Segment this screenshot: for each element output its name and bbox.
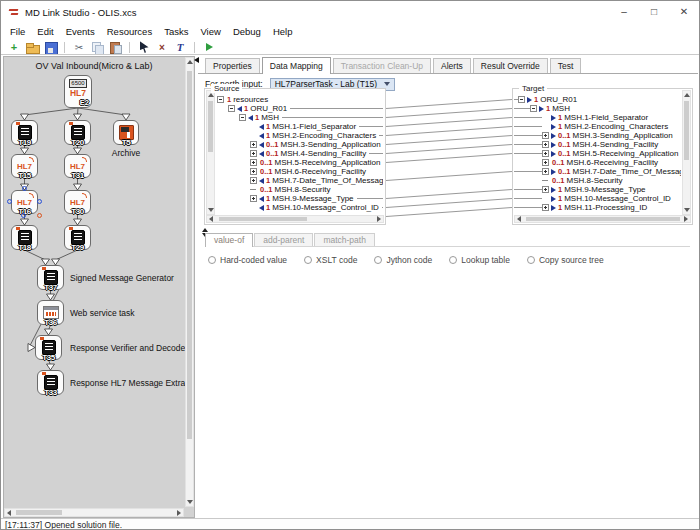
tree-row-msh-8-security[interactable]: 0..1MSH.8-Security [217,185,383,194]
radio-icon[interactable] [374,256,382,264]
menu-item-debug[interactable]: Debug [227,26,267,37]
scroll-arrow-icon[interactable] [175,509,183,516]
scrollbar-thumb[interactable] [219,217,307,221]
tab-result-override[interactable]: Result Override [473,58,548,73]
scroll-arrow-icon[interactable] [186,58,193,66]
tree-row-msh-3-sending-application[interactable]: 0..1MSH.3-Sending_Application [217,140,383,149]
selection-handle[interactable] [7,199,12,204]
collapse-icon[interactable] [239,114,246,121]
selection-handle[interactable] [21,213,26,218]
scrollbar-thumb[interactable] [187,71,192,438]
workflow-node-t15[interactable]: HL7T15 [11,154,38,178]
tab-test[interactable]: Test [550,58,582,73]
selection-handle[interactable] [37,213,42,218]
expand-icon[interactable] [542,159,549,166]
tree-row-msh-2-encoding-characters[interactable]: 1MSH.2-Encoding_Characters [217,131,383,140]
menu-item-file[interactable]: File [4,26,31,37]
tree-row-msh-4-sending-facility[interactable]: 0..1MSH.4-Sending_Facility [217,149,383,158]
run-button[interactable] [202,41,217,54]
tree-row-oru-r01[interactable]: 1ORU_R01 [514,95,681,104]
target-vertical-scrollbar[interactable] [682,90,691,215]
workflow-node-t19[interactable]: T19 [11,120,38,145]
tree-row-msh-7-date-time-of-message[interactable]: 1MSH.7-Date_Time_Of_Message [217,176,383,185]
radio-hard-coded-value[interactable]: Hard-coded value [208,255,287,265]
expand-icon[interactable] [542,204,549,211]
delete-tool-button[interactable]: × [155,41,170,54]
expand-icon[interactable] [542,186,549,193]
workflow-node-t33[interactable]: T33 [37,370,64,395]
copy-button[interactable] [90,41,105,54]
menu-item-events[interactable]: Events [60,26,101,37]
workflow-node-t30[interactable]: HL7T30 [64,190,91,214]
scroll-arrow-icon[interactable] [207,216,215,222]
radio-icon[interactable] [449,256,457,264]
paste-button[interactable] [108,41,123,54]
tree-row-msh-6-receiving-facility[interactable]: 0..1MSH.6-Receiving_Facility [217,167,383,176]
workflow-horizontal-scrollbar[interactable] [4,508,184,517]
minimize-button[interactable]: – [609,1,639,23]
value-tab-value-of[interactable]: value-of [205,233,253,247]
scroll-arrow-icon[interactable] [186,498,193,506]
workflow-panel[interactable]: OV Val Inbound(Micro & Lab) 6500HL7E2T19… [3,56,195,518]
tree-row-msh-10-message-control-id[interactable]: 1MSH.10-Message_Control_ID [217,203,383,212]
tree-row-msh-9-message-type[interactable]: 1MSH.9-Message_Type [217,194,383,203]
expand-icon[interactable] [542,132,549,139]
workflow-node-t29[interactable]: T29 [64,225,91,250]
scrollbar-thumb[interactable] [526,217,680,221]
tree-row-msh[interactable]: 1MSH [217,113,383,122]
tree-row-msh-11-processing-id[interactable]: 1MSH.11-Processing_ID [514,203,681,212]
workflow-vertical-scrollbar[interactable] [185,57,194,507]
tree-row-oru-r01[interactable]: 1ORU_R01 [217,104,383,113]
expand-icon[interactable] [542,168,549,175]
expand-icon[interactable] [542,150,549,157]
text-tool-button[interactable]: T [173,41,188,54]
tree-row-msh-9-message-type[interactable]: 1MSH.9-Message_Type [514,185,681,194]
tree-row-resources[interactable]: 1resources [217,95,383,104]
tree-row-msh[interactable]: 1MSH [514,104,681,113]
selection-handle[interactable] [22,186,27,191]
tree-row-msh-5-receiving-application[interactable]: 0..1MSH.5-Receiving_Application [514,149,681,158]
expand-icon[interactable] [250,195,257,202]
workflow-node-t18[interactable]: T18 [11,225,38,250]
collapse-icon[interactable] [530,105,537,112]
scroll-arrow-icon[interactable] [515,216,523,222]
tab-data-mapping[interactable]: Data Mapping [262,57,331,74]
radio-icon[interactable] [304,256,312,264]
radio-icon[interactable] [208,256,216,264]
workflow-node-t37[interactable]: T37 [37,265,64,290]
menu-item-resources[interactable]: Resources [101,26,158,37]
scroll-arrow-icon[interactable] [5,509,13,516]
workflow-node-t36[interactable]: T36 [37,300,64,325]
source-vertical-scrollbar[interactable] [206,90,215,215]
expand-icon[interactable] [250,159,257,166]
expand-icon[interactable] [250,141,257,148]
scroll-arrow-icon[interactable] [682,216,690,222]
tree-row-msh-3-sending-application[interactable]: 0..1MSH.3-Sending_Application [514,131,681,140]
radio-xslt-code[interactable]: XSLT code [304,255,357,265]
new-file-button[interactable]: + [7,41,22,54]
menu-item-help[interactable]: Help [267,26,299,37]
tree-row-msh-10-message-control-id[interactable]: 1MSH.10-Message_Control_ID [514,194,681,203]
scrollbar-thumb[interactable] [684,101,689,160]
menu-item-view[interactable]: View [194,26,226,37]
expand-icon[interactable] [250,177,257,184]
radio-lookup-table[interactable]: Lookup table [449,255,510,265]
workflow-node-t16[interactable]: HL7T16 [11,190,38,214]
menu-item-tasks[interactable]: Tasks [158,26,194,37]
radio-jython-code[interactable]: Jython code [374,255,432,265]
tab-alerts[interactable]: Alerts [433,58,471,73]
workflow-node-e2[interactable]: 6500HL7E2 [64,75,92,108]
open-file-button[interactable] [25,41,40,54]
scroll-arrow-icon[interactable] [683,91,690,99]
workflow-node-t35[interactable]: T35 [35,335,62,360]
workflow-node-t20[interactable]: T20 [64,120,91,145]
collapse-icon[interactable] [518,96,525,103]
menu-item-edit[interactable]: Edit [31,26,59,37]
radio-icon[interactable] [527,256,535,264]
collapse-icon[interactable] [217,96,224,103]
select-tool-button[interactable] [137,41,152,54]
target-horizontal-scrollbar[interactable] [514,215,691,223]
expand-icon[interactable] [542,141,549,148]
scrollbar-thumb[interactable] [16,510,62,515]
selection-handle[interactable] [37,199,42,204]
